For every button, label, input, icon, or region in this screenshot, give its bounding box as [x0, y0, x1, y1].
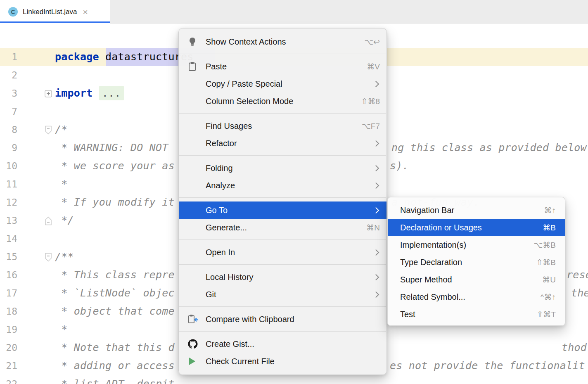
menu-item-navigation-bar[interactable]: Navigation Bar⌘↑ [388, 201, 565, 219]
menu-item-shortcut: ⌥↩ [364, 37, 380, 47]
menu-item-related-symbol[interactable]: Related Symbol...^⌘↑ [388, 288, 565, 306]
compare-icon [188, 313, 201, 325]
line-number: 1 [0, 48, 17, 66]
code-segment: * This class repre [55, 269, 175, 281]
java-class-icon: C [8, 7, 18, 17]
run-icon [188, 357, 196, 366]
code-text: * `ListNode` objec [55, 284, 175, 302]
menu-item-git[interactable]: Git [179, 286, 386, 303]
menu-item-label: Paste [206, 62, 358, 71]
line-number: 7 [0, 102, 17, 121]
menu-item-label: Type Declaration [400, 258, 528, 267]
code-text: * WARNING: DO NOT [55, 139, 175, 157]
menu-item-analyze[interactable]: Analyze [179, 177, 386, 194]
code-text: package datastructures [55, 48, 194, 66]
tab-close-icon[interactable]: × [83, 7, 88, 16]
code-segment: /* [55, 123, 68, 135]
menu-item-icon-slot [188, 120, 201, 132]
menu-item-icon-slot [188, 95, 201, 107]
line-number: 12 [0, 193, 17, 211]
fold-collapse-end-icon[interactable] [43, 216, 54, 226]
menu-item-shortcut: ⇧⌘B [536, 258, 556, 267]
menu-item-shortcut: ⌥F7 [362, 121, 380, 131]
fold-expand-icon[interactable] [43, 88, 54, 99]
menu-item-find-usages[interactable]: Find Usages⌥F7 [179, 117, 386, 135]
menu-item-check-current-file[interactable]: Check Current File [179, 353, 386, 370]
code-text: /** [55, 248, 74, 266]
menu-item-icon-slot [188, 204, 201, 216]
menu-item-folding[interactable]: Folding [179, 159, 386, 177]
paste-icon [188, 62, 197, 71]
menu-item-label: Test [400, 310, 528, 319]
menu-item-open-in[interactable]: Open In [179, 244, 386, 261]
code-segment: * we score your as [55, 160, 175, 172]
menu-item-test[interactable]: Test⇧⌘T [388, 306, 565, 323]
code-segment: import [55, 87, 93, 99]
menu-item-column-selection-mode[interactable]: Column Selection Mode⇧⌘8 [179, 92, 386, 110]
menu-item-refactor[interactable]: Refactor [179, 135, 386, 152]
line-number: 11 [0, 175, 17, 193]
code-segment: package [55, 51, 99, 63]
menu-item-paste[interactable]: Paste⌘V [179, 58, 386, 75]
code-segment: /** [55, 251, 74, 263]
tab-linkedintlist[interactable]: C LinkedIntList.java × [0, 0, 110, 24]
tab-title: LinkedIntList.java [23, 8, 77, 16]
menu-item-create-gist[interactable]: Create Gist... [179, 335, 386, 353]
menu-item-super-method[interactable]: Super Method⌘U [388, 271, 565, 288]
menu-item-shortcut: ⇧⌘T [536, 310, 556, 319]
fold-collapse-icon[interactable] [43, 125, 54, 135]
menu-item-local-history[interactable]: Local History [179, 268, 386, 286]
code-text: * list ADT, despit [55, 375, 175, 384]
menu-item-label: Super Method [400, 275, 534, 284]
menu-separator [179, 113, 386, 114]
menu-item-copy-paste-special[interactable]: Copy / Paste Special [179, 75, 386, 92]
menu-separator [179, 264, 386, 265]
submenu-chevron-icon [373, 249, 379, 256]
menu-item-label: Implementation(s) [400, 240, 525, 250]
menu-item-icon-slot [188, 289, 201, 300]
code-segment: s). [390, 157, 409, 175]
menu-item-generate[interactable]: Generate...⌘N [179, 219, 386, 236]
menu-item-label: Related Symbol... [400, 292, 532, 302]
menu-item-label: Create Gist... [206, 339, 380, 349]
menu-item-shortcut: ⌘U [542, 275, 556, 284]
code-text: * object that come [55, 302, 175, 320]
editor-context-menu: Show Context Actions⌥↩Paste⌘VCopy / Past… [178, 28, 387, 375]
menu-item-shortcut: ^⌘↑ [541, 292, 556, 302]
code-text: * [55, 175, 68, 193]
menu-item-icon-slot [188, 162, 201, 174]
menu-item-icon-slot [188, 271, 201, 283]
menu-item-label: Go To [206, 206, 374, 215]
line-number: 3 [0, 84, 17, 102]
menu-item-show-context-actions[interactable]: Show Context Actions⌥↩ [179, 33, 386, 50]
menu-item-go-to[interactable]: Go To [179, 201, 386, 219]
line-number: 18 [0, 302, 17, 320]
menu-separator [179, 239, 386, 240]
menu-item-shortcut: ⌘V [367, 62, 380, 71]
menu-item-declaration-or-usages[interactable]: Declaration or Usages⌘B [388, 219, 565, 236]
menu-item-label: Git [206, 290, 374, 299]
submenu-chevron-icon [373, 274, 379, 280]
menu-item-icon-slot [188, 137, 201, 149]
submenu-chevron-icon [373, 207, 379, 213]
code-segment: * Note that this d [55, 341, 175, 353]
code-line: 22 * list ADT, despit [0, 375, 588, 384]
code-segment: * [55, 178, 68, 190]
menu-item-label: Show Context Actions [206, 37, 356, 47]
menu-item-icon-slot [188, 247, 201, 258]
menu-item-compare-with-clipboard[interactable]: Compare with Clipboard [179, 311, 386, 328]
code-segment: ... [99, 86, 124, 100]
menu-item-shortcut: ⇧⌘8 [361, 97, 380, 106]
code-text: * If you modify it [55, 193, 175, 211]
code-segment: es not provide the functionalit [390, 357, 585, 375]
menu-item-type-declaration[interactable]: Type Declaration⇧⌘B [388, 254, 565, 271]
code-segment: * `ListNode` objec [55, 287, 175, 299]
menu-item-implementation-s[interactable]: Implementation(s)⌥⌘B [388, 236, 565, 254]
compare-with-clipboard-icon [188, 314, 199, 324]
code-segment: * [55, 323, 68, 335]
run-icon [188, 356, 201, 367]
line-number: 20 [0, 339, 17, 357]
submenu-chevron-icon [373, 165, 379, 171]
fold-collapse-icon[interactable] [43, 252, 54, 263]
submenu-chevron-icon [373, 140, 379, 147]
